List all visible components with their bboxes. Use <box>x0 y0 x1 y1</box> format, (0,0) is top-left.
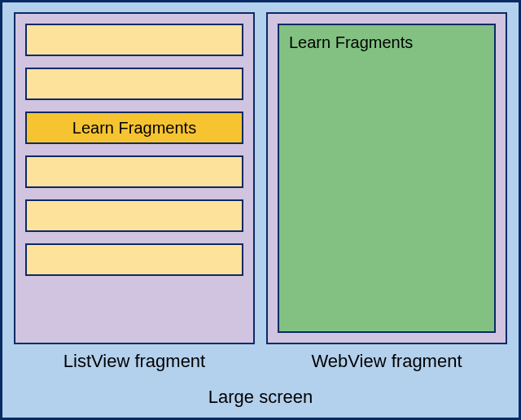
listview-fragment-label: ListView fragment <box>14 344 255 378</box>
fragments-row: Learn Fragments ListView fragment Learn … <box>14 12 507 378</box>
list-item[interactable] <box>25 243 243 276</box>
webview-column: Learn Fragments WebView fragment <box>266 12 507 378</box>
webview-fragment: Learn Fragments <box>266 12 507 344</box>
list-item[interactable] <box>25 199 243 232</box>
list-item-selected[interactable]: Learn Fragments <box>25 112 243 144</box>
listview-column: Learn Fragments ListView fragment <box>14 12 255 378</box>
list-item[interactable] <box>25 68 243 100</box>
list-item[interactable] <box>25 24 243 56</box>
screen-label: Large screen <box>14 378 507 418</box>
webview-fragment-label: WebView fragment <box>266 344 507 378</box>
large-screen-container: Learn Fragments ListView fragment Learn … <box>0 0 521 420</box>
list-item[interactable] <box>25 155 243 188</box>
webview-content[interactable]: Learn Fragments <box>278 24 496 333</box>
listview-fragment: Learn Fragments <box>14 12 255 344</box>
